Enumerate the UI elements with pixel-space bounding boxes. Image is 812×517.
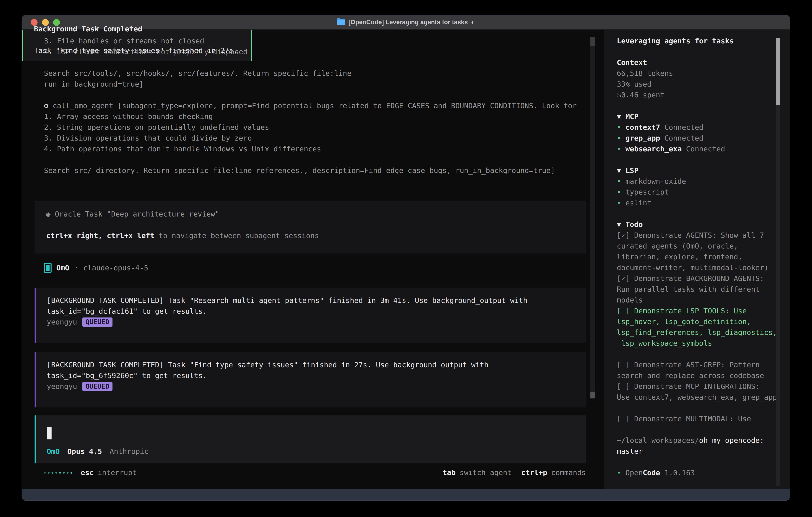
main-scrollbar-thumb[interactable]: [590, 392, 595, 399]
oracle-task-title-line: ◉ Oracle Task "Deep architecture review": [46, 209, 586, 219]
bullet-icon: •: [617, 177, 626, 185]
oracle-hint-keys: ctrl+x right, ctrl+x left: [46, 232, 154, 240]
scrollback-line: 3. File handles or streams not closed: [44, 35, 591, 46]
lsp-item-name: typescript: [626, 188, 669, 196]
todo-item-done: [✓] Demonstrate BACKGROUND AGENTS:: [617, 273, 777, 284]
tool-call-item: 4. Path operations that don't handle Win…: [44, 143, 591, 154]
scrollback-line: run_in_background=true]: [44, 79, 591, 89]
todo-item-done: librarian, explore, frontend,: [617, 251, 777, 262]
version-number: 1.0.163: [664, 469, 695, 477]
agent-model: claude-opus-4-5: [83, 263, 148, 273]
oracle-task-title: Oracle Task "Deep architecture review": [55, 210, 220, 218]
mcp-item-status: Connected: [664, 134, 703, 142]
sidebar-scrollbar[interactable]: [776, 38, 780, 486]
context-spent: $0.46 spent: [617, 89, 777, 100]
agent-header: OmO · claude-opus-4-5: [44, 262, 148, 274]
oracle-task-box: ◉ Oracle Task "Deep architecture review"…: [35, 201, 586, 253]
todo-item-pending: [ ] Demonstrate AST-GREP: Pattern: [617, 359, 777, 370]
mcp-item-name: context7: [626, 123, 660, 131]
todo-item-pending: search and replace across codebase: [617, 370, 777, 381]
workspace-branch: master: [617, 446, 777, 457]
lsp-heading: LSP: [626, 166, 638, 174]
todo-item-pending: [ ] Demonstrate MCP INTEGRATIONS:: [617, 381, 777, 392]
tool-call-item: 1. Array access without bounds checking: [44, 111, 591, 122]
agent-name: OmO: [56, 263, 69, 273]
todo-section-header[interactable]: ▼ Todo: [617, 219, 777, 230]
folder-icon: [337, 18, 345, 27]
message-footer: yeongyu QUEUED: [47, 381, 586, 392]
message-block: [BACKGROUND TASK COMPLETED] Task "Resear…: [35, 288, 586, 343]
mcp-heading: MCP: [626, 112, 638, 120]
esc-key-hint: esc: [81, 467, 94, 478]
status-badge: QUEUED: [82, 318, 113, 327]
main-scrollbar[interactable]: [590, 37, 595, 399]
message-line: [BACKGROUND TASK COMPLETED] Task "Resear…: [47, 295, 586, 306]
todo-item-done: curated agents (OmO, oracle,: [617, 241, 777, 251]
todo-item-active: lsp_workspace_symbols: [617, 338, 777, 349]
ctrlp-key-hint: ctrl+p: [521, 467, 547, 478]
lsp-section-header[interactable]: ▼ LSP: [617, 165, 777, 176]
message-author: yeongyu: [47, 381, 77, 392]
bullet-icon: •: [617, 145, 626, 153]
terminal-window: [OpenCode] Leveraging agents for tasks ◐…: [22, 15, 790, 501]
window-bottom-bar: [22, 489, 790, 500]
tool-call-item: 3. Division operations that could divide…: [44, 133, 591, 143]
agent-icon: [44, 263, 52, 273]
todo-item-active: lsp_hover, lsp_goto_definition,: [617, 316, 777, 327]
bullet-icon: •: [617, 199, 626, 207]
lsp-item-name: eslint: [626, 199, 651, 207]
scrollback: 3. File handles or streams not closed 4.…: [44, 35, 591, 176]
oracle-hint-rest: to navigate between subagent sessions: [154, 232, 319, 240]
status-badge: QUEUED: [82, 382, 113, 391]
tab-key-label: switch agent: [460, 467, 512, 478]
lsp-item: • typescript: [617, 187, 777, 197]
workspace-repo: oh-my-opencode:: [699, 436, 764, 444]
input-model-row: OmO Opus 4.5 Anthropic: [47, 446, 149, 457]
version-name-bold: Code: [643, 469, 660, 477]
version-name-grey: Open: [626, 469, 643, 477]
message-author: yeongyu: [47, 317, 77, 327]
sidebar: Leveraging agents for tasks Context 66,5…: [604, 30, 790, 489]
text-cursor: [47, 427, 52, 439]
mcp-section-header[interactable]: ▼ MCP: [617, 111, 777, 122]
bullet-icon: •: [617, 123, 626, 131]
message-footer: yeongyu QUEUED: [47, 317, 586, 327]
todo-item-done: models: [617, 295, 777, 305]
context-heading: Context: [617, 57, 777, 68]
mcp-item-status: Connected: [686, 145, 725, 153]
mcp-item-status: Connected: [664, 123, 703, 131]
mcp-item-name: grep_app: [626, 134, 660, 142]
todo-item-active: lsp_find_references, lsp_diagnostics,: [617, 327, 777, 338]
esc-key-label: interrupt: [98, 467, 137, 478]
todo-item-active: [ ] Demonstrate LSP TOOLS: Use: [617, 305, 777, 316]
prompt-input[interactable]: OmO Opus 4.5 Anthropic: [35, 415, 586, 463]
lsp-item: • eslint: [617, 197, 777, 208]
scrollback-line: Search src/tools/, src/hooks/, src/featu…: [44, 68, 591, 79]
todo-item-done: [✓] Demonstrate AGENTS: Show all 7: [617, 230, 777, 241]
session-title: Leveraging agents for tasks: [617, 35, 777, 46]
status-bar: esc interrupt tab switch agent ctrl+p co…: [44, 467, 586, 478]
context-used: 33% used: [617, 79, 777, 89]
workspace-path-prefix: ~/local-workspaces/: [617, 436, 699, 444]
message-line: [BACKGROUND TASK COMPLETED] Task "Find t…: [47, 359, 586, 370]
separator-dot: ·: [74, 263, 79, 273]
input-provider-name: Anthropic: [110, 446, 148, 457]
ctrlp-key-label: commands: [551, 467, 586, 478]
gear-icon: ⚙: [44, 102, 48, 110]
mcp-item: • grep_app Connected: [617, 133, 777, 143]
todo-item-done: document-writer, multimodal-looker): [617, 262, 777, 273]
tool-call-line: ⚙ call_omo_agent [subagent_type=explore,…: [44, 100, 591, 111]
chevron-down-icon: ▼: [617, 166, 621, 174]
window-title-group: [OpenCode] Leveraging agents for tasks ◐: [337, 18, 475, 27]
sidebar-scrollbar-thumb[interactable]: [776, 38, 780, 105]
status-left: esc interrupt: [44, 467, 137, 478]
context-tokens: 66,518 tokens: [617, 68, 777, 79]
tab-key-hint: tab: [442, 467, 456, 478]
todo-item-done: Run parallel tasks with different: [617, 284, 777, 295]
bullet-icon: •: [617, 134, 626, 142]
window-title: [OpenCode] Leveraging agents for tasks: [348, 19, 468, 26]
mcp-item: • context7 Connected: [617, 122, 777, 133]
status-right: tab switch agent ctrl+p commands: [442, 467, 586, 478]
main-scrollbar-thumb-top[interactable]: [590, 37, 595, 46]
input-agent-name: OmO: [47, 446, 60, 457]
